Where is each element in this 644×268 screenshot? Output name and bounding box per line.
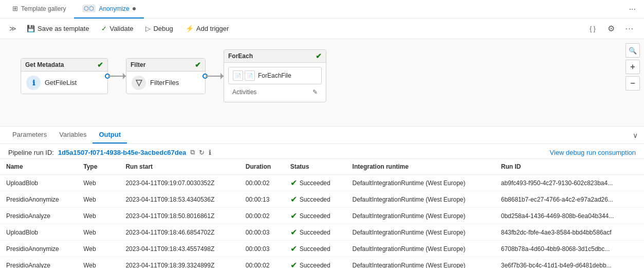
zoom-in-button[interactable]: + [625, 60, 640, 74]
status-text: Succeeded [300, 245, 330, 253]
tab-bar-right: ··· [629, 5, 640, 14]
toolbar-right: { } ⚙ ··· [584, 21, 638, 37]
cell-duration: 00:00:02 [240, 175, 284, 191]
col-header-run-id: Run ID [495, 159, 644, 175]
col-header-integration-runtime: Integration runtime [346, 159, 495, 175]
cell-name: UploadBlob [0, 175, 77, 191]
cell-integration-runtime: DefaultIntegrationRuntime (West Europe) [346, 208, 495, 224]
table-header-row: Name Type Run start Duration Status Inte… [0, 159, 644, 175]
cell-run-id: 843fb2dc-fbfe-4ae3-8584-bbd4bb586acf [495, 224, 644, 241]
pipeline-run-id[interactable]: 1d5a1507-f071-4938-b45e-3acbedc67dea [58, 149, 186, 156]
toolbar-left: ≫ 💾 Save as template ✓ Validate ▷ Debug … [6, 23, 234, 34]
node-get-metadata-label: GetFileList [45, 79, 77, 86]
node-get-metadata-header: Get Metadata ✔ [21, 59, 107, 72]
cell-run-id: 6708b78a-4d60-4bb9-8068-3d1c5dbc... [495, 241, 644, 257]
zoom-in-icon: + [630, 62, 635, 72]
cell-run-start: 2023-04-11T09:18:43.4557498Z [119, 241, 239, 257]
table-row[interactable]: PresidioAnalyzeWeb2023-04-11T09:18:50.80… [0, 208, 644, 224]
cell-type: Web [77, 224, 119, 241]
cell-type: Web [77, 257, 119, 269]
more-icon[interactable]: ··· [629, 5, 636, 14]
run-info: Pipeline run ID: 1d5a1507-f071-4938-b45e… [0, 144, 644, 159]
tab-anonymize-icon: ⬡⬡ [82, 5, 96, 12]
canvas-area: Get Metadata ✔ ℹ GetFileList Filter ✔ [0, 39, 644, 127]
table-row[interactable]: PresidioAnonymizeWeb2023-04-11T09:18:53.… [0, 191, 644, 208]
table-row[interactable]: UploadBlobWeb2023-04-11T09:19:07.0030352… [0, 175, 644, 191]
tab-gallery-icon: ⊞ [12, 5, 18, 12]
tab-bar-left: ⊞ Template gallery ⬡⬡ Anonymize [4, 0, 144, 19]
tab-variables[interactable]: Variables [53, 127, 93, 144]
edit-icon[interactable]: ✎ [312, 88, 318, 96]
tab-output[interactable]: Output [93, 127, 127, 144]
cell-integration-runtime: DefaultIntegrationRuntime (West Europe) [346, 191, 495, 208]
refresh-icon[interactable]: ↻ [199, 149, 205, 156]
node-foreach-body: 📄 📄 ForEachFile Activities ✎ [224, 63, 326, 102]
save-as-template-button[interactable]: 💾 Save as template [22, 23, 94, 34]
arrow-2 [206, 76, 224, 77]
chevron-down-icon: ∨ [633, 131, 638, 139]
node-foreach[interactable]: ForEach ✔ 📄 📄 ForEachFile Activities ✎ [224, 49, 326, 102]
cell-name: PresidioAnonymize [0, 241, 77, 257]
cell-run-id: 6b8681b7-ec27-4766-a4c2-e97a2ad26... [495, 191, 644, 208]
table-row[interactable]: PresidioAnonymizeWeb2023-04-11T09:18:43.… [0, 241, 644, 257]
cell-duration: 00:00:02 [240, 208, 284, 224]
validate-button[interactable]: ✓ Validate [96, 23, 138, 34]
tab-template-gallery[interactable]: ⊞ Template gallery [4, 0, 74, 19]
node-get-metadata[interactable]: Get Metadata ✔ ℹ GetFileList [21, 58, 108, 94]
node-filter-label: FilterFiles [150, 79, 179, 86]
search-canvas-button[interactable]: 🔍 [625, 43, 640, 58]
node-get-metadata-body: ℹ GetFileList [21, 72, 107, 94]
cell-integration-runtime: DefaultIntegrationRuntime (West Europe) [346, 224, 495, 241]
search-canvas-icon: 🔍 [629, 47, 637, 55]
bottom-panel: Parameters Variables Output ∨ Pipeline r… [0, 127, 644, 268]
connector-line-1 [108, 76, 126, 77]
cell-run-start: 2023-04-11T09:19:07.0030352Z [119, 175, 239, 191]
table-row[interactable]: PresidioAnalyzeWeb2023-04-11T09:18:39.33… [0, 257, 644, 269]
node-foreach-label: ForEachFile [258, 72, 291, 79]
cell-duration: 00:00:03 [240, 224, 284, 241]
table-row[interactable]: UploadBlobWeb2023-04-11T09:18:46.6854702… [0, 224, 644, 241]
node-foreach-inner: 📄 📄 ForEachFile [228, 67, 322, 84]
info-icon[interactable]: ℹ [209, 149, 211, 156]
more-options-button[interactable]: ··· [621, 21, 638, 37]
cell-run-start: 2023-04-11T09:18:46.6854702Z [119, 224, 239, 241]
node-foreach-activities: Activities ✎ [228, 86, 322, 98]
json-button[interactable]: { } [584, 21, 601, 37]
tab-parameters[interactable]: Parameters [6, 127, 53, 144]
cell-run-id: ab9fc493-f950-4c27-9130-602c823ba4... [495, 175, 644, 191]
debug-icon: ▷ [145, 25, 151, 32]
settings-button[interactable]: ⚙ [603, 21, 619, 37]
table-header: Name Type Run start Duration Status Inte… [0, 159, 644, 175]
status-success-icon: ✔ [290, 227, 297, 237]
collapse-panel-button[interactable]: ∨ [633, 131, 638, 139]
expand-icon: ≫ [9, 25, 16, 32]
add-trigger-button[interactable]: ⚡ Add trigger [180, 23, 234, 34]
node-get-metadata-icon: ℹ [26, 76, 41, 90]
node-filter-icon: ▽ [132, 76, 146, 90]
status-text: Succeeded [300, 262, 330, 269]
node-get-metadata-success-icon: ✔ [97, 61, 103, 69]
debug-button[interactable]: ▷ Debug [140, 23, 178, 34]
view-debug-link[interactable]: View debug run consumption [550, 149, 636, 156]
node-filter[interactable]: Filter ✔ ▽ FilterFiles [126, 58, 206, 94]
zoom-out-button[interactable]: − [625, 76, 640, 91]
cell-type: Web [77, 191, 119, 208]
copy-run-id-icon[interactable]: ⧉ [190, 148, 195, 156]
add-trigger-icon: ⚡ [186, 25, 194, 32]
canvas-controls: 🔍 + − [625, 43, 640, 91]
cell-name: PresidioAnonymize [0, 191, 77, 208]
cell-run-start: 2023-04-11T09:18:50.8016861Z [119, 208, 239, 224]
expand-button[interactable]: ≫ [6, 23, 20, 34]
node-filter-header: Filter ✔ [126, 59, 205, 72]
col-header-run-start: Run start [119, 159, 239, 175]
tab-anonymize[interactable]: ⬡⬡ Anonymize [74, 0, 143, 19]
toolbar: ≫ 💾 Save as template ✓ Validate ▷ Debug … [0, 19, 644, 39]
node-filter-body: ▽ FilterFiles [126, 72, 205, 94]
table-body: UploadBlobWeb2023-04-11T09:19:07.0030352… [0, 175, 644, 269]
cell-run-id: 0bd258a4-1436-4469-808b-6ea04b344... [495, 208, 644, 224]
output-table: Name Type Run start Duration Status Inte… [0, 159, 644, 268]
status-text: Succeeded [300, 229, 330, 236]
cell-status: ✔Succeeded [284, 175, 346, 191]
cell-status: ✔Succeeded [284, 257, 346, 269]
col-header-duration: Duration [240, 159, 284, 175]
